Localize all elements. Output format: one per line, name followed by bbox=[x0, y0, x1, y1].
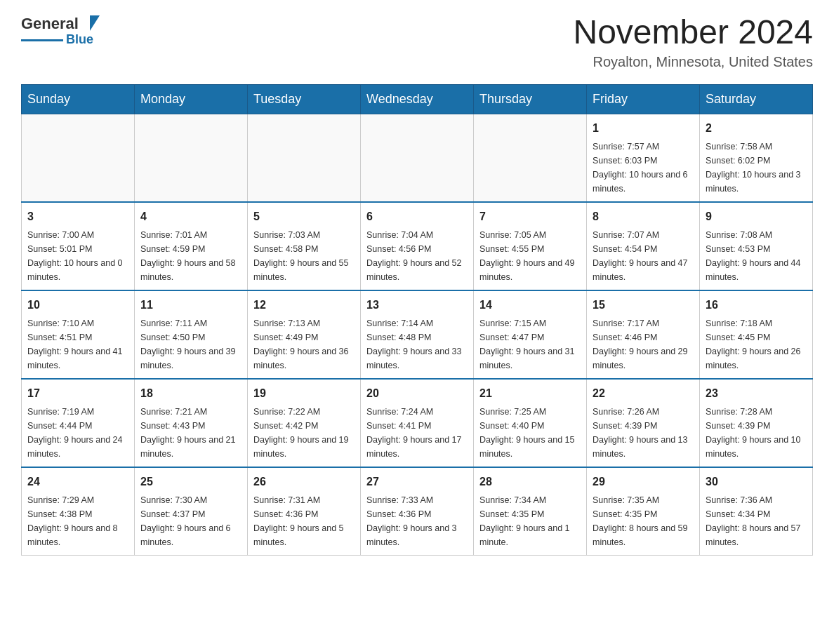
day-number: 27 bbox=[366, 474, 468, 490]
day-number: 13 bbox=[366, 297, 468, 314]
subtitle: Royalton, Minnesota, United States bbox=[573, 54, 813, 70]
day-info: Sunrise: 7:57 AMSunset: 6:03 PMDaylight:… bbox=[593, 140, 694, 196]
day-number: 1 bbox=[593, 120, 694, 137]
day-number: 16 bbox=[706, 297, 807, 314]
calendar-cell: 29Sunrise: 7:35 AMSunset: 4:35 PMDayligh… bbox=[587, 467, 700, 556]
day-number: 10 bbox=[27, 297, 128, 314]
day-number: 23 bbox=[706, 385, 807, 402]
day-info: Sunrise: 7:58 AMSunset: 6:02 PMDaylight:… bbox=[706, 140, 807, 196]
day-info: Sunrise: 7:21 AMSunset: 4:43 PMDaylight:… bbox=[140, 405, 241, 461]
calendar-cell: 6Sunrise: 7:04 AMSunset: 4:56 PMDaylight… bbox=[361, 202, 474, 290]
day-info: Sunrise: 7:05 AMSunset: 4:55 PMDaylight:… bbox=[479, 228, 581, 284]
day-info: Sunrise: 7:34 AMSunset: 4:35 PMDaylight:… bbox=[479, 493, 581, 549]
day-info: Sunrise: 7:13 AMSunset: 4:49 PMDaylight:… bbox=[253, 316, 355, 373]
calendar-cell: 16Sunrise: 7:18 AMSunset: 4:45 PMDayligh… bbox=[700, 290, 813, 379]
day-number: 15 bbox=[593, 297, 694, 314]
calendar-cell: 27Sunrise: 7:33 AMSunset: 4:36 PMDayligh… bbox=[361, 467, 474, 556]
day-number: 5 bbox=[253, 208, 355, 225]
day-number: 21 bbox=[479, 385, 581, 402]
day-info: Sunrise: 7:18 AMSunset: 4:45 PMDaylight:… bbox=[706, 316, 807, 373]
day-info: Sunrise: 7:35 AMSunset: 4:35 PMDaylight:… bbox=[593, 493, 694, 549]
day-number: 19 bbox=[253, 385, 355, 402]
day-info: Sunrise: 7:14 AMSunset: 4:48 PMDaylight:… bbox=[366, 316, 468, 373]
calendar-week-1: 1Sunrise: 7:57 AMSunset: 6:03 PMDaylight… bbox=[22, 114, 813, 202]
calendar-cell: 4Sunrise: 7:01 AMSunset: 4:59 PMDaylight… bbox=[135, 202, 248, 290]
calendar-cell: 17Sunrise: 7:19 AMSunset: 4:44 PMDayligh… bbox=[22, 379, 135, 467]
calendar-week-2: 3Sunrise: 7:00 AMSunset: 5:01 PMDaylight… bbox=[22, 202, 813, 290]
day-number: 11 bbox=[140, 297, 241, 314]
calendar-cell: 19Sunrise: 7:22 AMSunset: 4:42 PMDayligh… bbox=[248, 379, 361, 467]
calendar-cell: 13Sunrise: 7:14 AMSunset: 4:48 PMDayligh… bbox=[361, 290, 474, 379]
day-info: Sunrise: 7:19 AMSunset: 4:44 PMDaylight:… bbox=[27, 405, 128, 461]
day-info: Sunrise: 7:25 AMSunset: 4:40 PMDaylight:… bbox=[479, 405, 581, 461]
day-number: 4 bbox=[140, 208, 241, 225]
day-info: Sunrise: 7:31 AMSunset: 4:36 PMDaylight:… bbox=[253, 493, 355, 549]
calendar-week-5: 24Sunrise: 7:29 AMSunset: 4:38 PMDayligh… bbox=[22, 467, 813, 556]
main-title: November 2024 bbox=[573, 14, 813, 51]
page-header: General Blue November 2024 Royalton, Min… bbox=[21, 14, 813, 70]
calendar-cell: 12Sunrise: 7:13 AMSunset: 4:49 PMDayligh… bbox=[248, 290, 361, 379]
col-saturday: Saturday bbox=[700, 84, 813, 114]
day-info: Sunrise: 7:04 AMSunset: 4:56 PMDaylight:… bbox=[366, 228, 468, 284]
calendar-cell: 11Sunrise: 7:11 AMSunset: 4:50 PMDayligh… bbox=[135, 290, 248, 379]
calendar-cell: 2Sunrise: 7:58 AMSunset: 6:02 PMDaylight… bbox=[700, 114, 813, 202]
day-info: Sunrise: 7:28 AMSunset: 4:39 PMDaylight:… bbox=[706, 405, 807, 461]
day-number: 14 bbox=[479, 297, 581, 314]
col-sunday: Sunday bbox=[22, 84, 135, 114]
day-number: 17 bbox=[27, 385, 128, 402]
day-info: Sunrise: 7:22 AMSunset: 4:42 PMDaylight:… bbox=[253, 405, 355, 461]
day-info: Sunrise: 7:36 AMSunset: 4:34 PMDaylight:… bbox=[706, 493, 807, 549]
logo-arrow-icon bbox=[80, 15, 100, 31]
calendar-cell: 23Sunrise: 7:28 AMSunset: 4:39 PMDayligh… bbox=[700, 379, 813, 467]
svg-marker-0 bbox=[90, 15, 100, 31]
calendar-cell bbox=[135, 114, 248, 202]
calendar-cell bbox=[22, 114, 135, 202]
calendar-cell: 22Sunrise: 7:26 AMSunset: 4:39 PMDayligh… bbox=[587, 379, 700, 467]
calendar-cell: 30Sunrise: 7:36 AMSunset: 4:34 PMDayligh… bbox=[700, 467, 813, 556]
logo-general: General bbox=[21, 16, 79, 32]
calendar-week-4: 17Sunrise: 7:19 AMSunset: 4:44 PMDayligh… bbox=[22, 379, 813, 467]
calendar-cell: 21Sunrise: 7:25 AMSunset: 4:40 PMDayligh… bbox=[474, 379, 587, 467]
day-number: 9 bbox=[706, 208, 807, 225]
logo: General Blue bbox=[21, 14, 100, 47]
day-number: 30 bbox=[706, 474, 807, 490]
day-info: Sunrise: 7:07 AMSunset: 4:54 PMDaylight:… bbox=[593, 228, 694, 284]
day-number: 26 bbox=[253, 474, 355, 490]
calendar-cell: 20Sunrise: 7:24 AMSunset: 4:41 PMDayligh… bbox=[361, 379, 474, 467]
col-monday: Monday bbox=[135, 84, 248, 114]
day-number: 20 bbox=[366, 385, 468, 402]
logo-blue: Blue bbox=[66, 32, 93, 47]
title-area: November 2024 Royalton, Minnesota, Unite… bbox=[573, 14, 813, 70]
day-info: Sunrise: 7:01 AMSunset: 4:59 PMDaylight:… bbox=[140, 228, 241, 284]
calendar-cell: 7Sunrise: 7:05 AMSunset: 4:55 PMDaylight… bbox=[474, 202, 587, 290]
calendar-cell: 8Sunrise: 7:07 AMSunset: 4:54 PMDaylight… bbox=[587, 202, 700, 290]
calendar-cell: 3Sunrise: 7:00 AMSunset: 5:01 PMDaylight… bbox=[22, 202, 135, 290]
day-info: Sunrise: 7:10 AMSunset: 4:51 PMDaylight:… bbox=[27, 316, 128, 373]
col-friday: Friday bbox=[587, 84, 700, 114]
calendar-header-row: Sunday Monday Tuesday Wednesday Thursday… bbox=[22, 84, 813, 114]
day-number: 22 bbox=[593, 385, 694, 402]
calendar-cell: 25Sunrise: 7:30 AMSunset: 4:37 PMDayligh… bbox=[135, 467, 248, 556]
calendar-cell bbox=[474, 114, 587, 202]
calendar-cell: 15Sunrise: 7:17 AMSunset: 4:46 PMDayligh… bbox=[587, 290, 700, 379]
logo-line bbox=[21, 39, 63, 41]
day-number: 12 bbox=[253, 297, 355, 314]
day-info: Sunrise: 7:00 AMSunset: 5:01 PMDaylight:… bbox=[27, 228, 128, 284]
calendar-cell: 18Sunrise: 7:21 AMSunset: 4:43 PMDayligh… bbox=[135, 379, 248, 467]
day-number: 6 bbox=[366, 208, 468, 225]
calendar-cell: 28Sunrise: 7:34 AMSunset: 4:35 PMDayligh… bbox=[474, 467, 587, 556]
calendar-cell: 26Sunrise: 7:31 AMSunset: 4:36 PMDayligh… bbox=[248, 467, 361, 556]
calendar-week-3: 10Sunrise: 7:10 AMSunset: 4:51 PMDayligh… bbox=[22, 290, 813, 379]
col-wednesday: Wednesday bbox=[361, 84, 474, 114]
day-info: Sunrise: 7:15 AMSunset: 4:47 PMDaylight:… bbox=[479, 316, 581, 373]
day-info: Sunrise: 7:17 AMSunset: 4:46 PMDaylight:… bbox=[593, 316, 694, 373]
day-number: 3 bbox=[27, 208, 128, 225]
day-number: 8 bbox=[593, 208, 694, 225]
day-info: Sunrise: 7:26 AMSunset: 4:39 PMDaylight:… bbox=[593, 405, 694, 461]
day-info: Sunrise: 7:11 AMSunset: 4:50 PMDaylight:… bbox=[140, 316, 241, 373]
col-thursday: Thursday bbox=[474, 84, 587, 114]
day-number: 25 bbox=[140, 474, 241, 490]
day-info: Sunrise: 7:03 AMSunset: 4:58 PMDaylight:… bbox=[253, 228, 355, 284]
day-number: 24 bbox=[27, 474, 128, 490]
day-number: 2 bbox=[706, 120, 807, 137]
